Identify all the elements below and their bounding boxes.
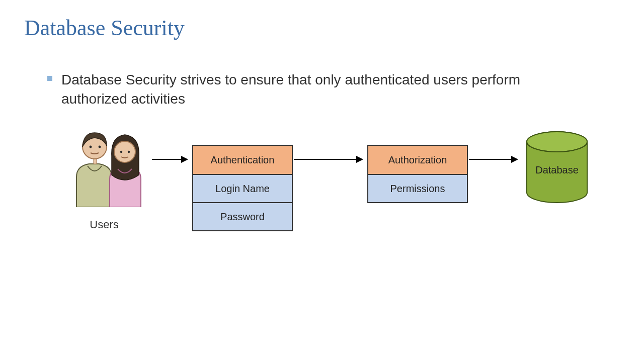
- auth-row-login: Login Name: [193, 174, 292, 202]
- arrow-icon: [152, 159, 187, 160]
- auth-row-password: Password: [193, 202, 292, 230]
- security-flow-diagram: Users Authentication Login Name Password…: [56, 127, 600, 298]
- svg-point-1: [90, 146, 92, 148]
- svg-point-3: [114, 141, 135, 162]
- bullet-marker-icon: [47, 76, 52, 81]
- slide-title: Database Security: [24, 15, 185, 41]
- svg-point-2: [99, 146, 101, 148]
- arrow-icon: [294, 159, 362, 160]
- authentication-header: Authentication: [193, 146, 292, 174]
- authorization-box: Authorization Permissions: [367, 145, 468, 203]
- users-icon: [61, 127, 147, 207]
- arrow-icon: [469, 159, 517, 160]
- users-label: Users: [56, 218, 152, 231]
- authorization-header: Authorization: [368, 146, 467, 174]
- svg-point-4: [120, 151, 122, 153]
- authz-row-permissions: Permissions: [368, 174, 467, 202]
- authentication-box: Authentication Login Name Password: [192, 145, 293, 231]
- svg-point-5: [128, 151, 130, 153]
- bullet-item: Database Security strives to ensure that…: [47, 70, 584, 109]
- database-label: Database: [524, 164, 590, 176]
- users-node: Users: [56, 127, 152, 231]
- bullet-text: Database Security strives to ensure that…: [61, 70, 584, 109]
